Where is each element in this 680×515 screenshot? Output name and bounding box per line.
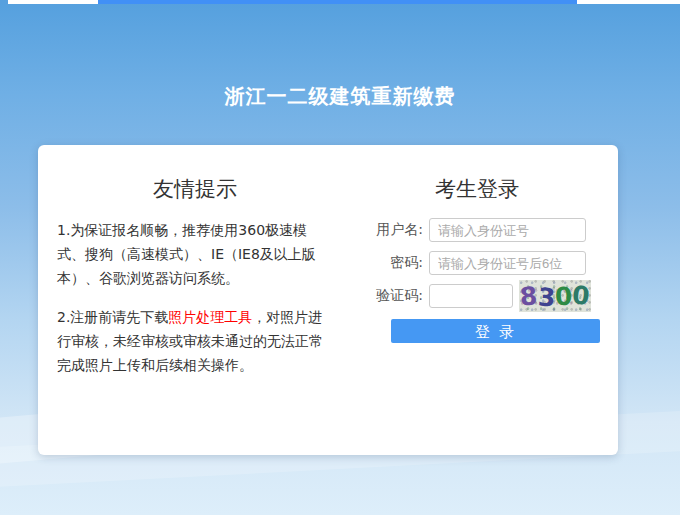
password-row: 密码: bbox=[368, 251, 613, 275]
page-background: 浙江一二级建筑重新缴费 友情提示 1.为保证报名顺畅，推荐使用360极速模式、搜… bbox=[0, 0, 680, 515]
login-section: 考生登录 用户名: 密码: 验证码: 8300 登 录 bbox=[368, 175, 613, 343]
tips-title: 友情提示 bbox=[57, 175, 333, 203]
password-input[interactable] bbox=[429, 251, 586, 275]
tips-section: 友情提示 1.为保证报名顺畅，推荐使用360极速模式、搜狗（高速模式）、IE（I… bbox=[57, 175, 333, 377]
login-card: 友情提示 1.为保证报名顺畅，推荐使用360极速模式、搜狗（高速模式）、IE（I… bbox=[38, 145, 618, 455]
captcha-row: 验证码: 8300 bbox=[368, 284, 613, 308]
username-label: 用户名: bbox=[368, 221, 423, 239]
username-input[interactable] bbox=[429, 218, 586, 242]
captcha-label: 验证码: bbox=[368, 287, 423, 305]
username-row: 用户名: bbox=[368, 218, 613, 242]
tips-paragraph-1: 1.为保证报名顺畅，推荐使用360极速模式、搜狗（高速模式）、IE（IE8及以上… bbox=[57, 218, 333, 290]
password-label: 密码: bbox=[368, 254, 423, 272]
captcha-input[interactable] bbox=[429, 284, 513, 308]
tips-paragraph-2: 2.注册前请先下载照片处理工具，对照片进行审核，未经审核或审核未通过的无法正常完… bbox=[57, 305, 333, 377]
top-strip bbox=[0, 0, 680, 4]
page-title: 浙江一二级建筑重新缴费 bbox=[0, 82, 680, 110]
photo-tool-link[interactable]: 照片处理工具 bbox=[168, 309, 252, 325]
tips-paragraph-2-prefix: 2.注册前请先下载 bbox=[57, 309, 168, 325]
login-title: 考生登录 bbox=[368, 175, 586, 203]
captcha-image[interactable]: 8300 bbox=[519, 280, 591, 312]
login-button[interactable]: 登 录 bbox=[391, 319, 600, 343]
